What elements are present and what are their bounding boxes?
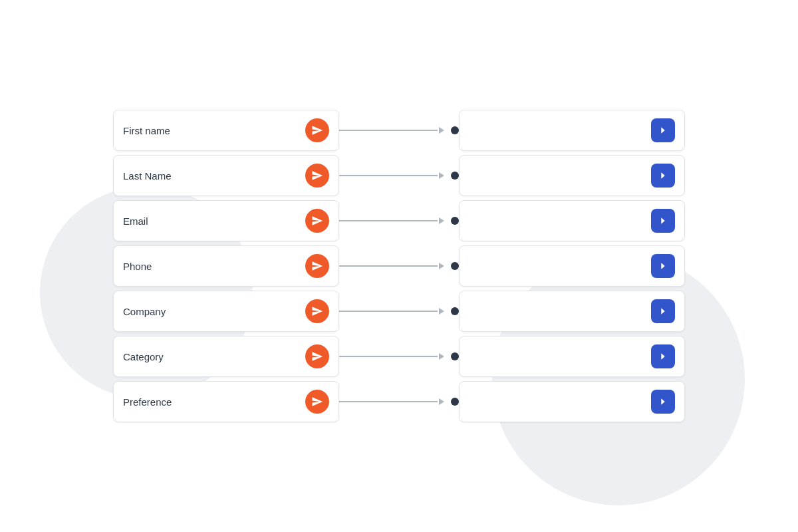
send-icon-last-name[interactable] <box>305 164 329 188</box>
connector-area <box>339 110 459 422</box>
main-container: First name Last Name Email Phone Company… <box>113 110 685 422</box>
send-icon-first-name[interactable] <box>305 118 329 142</box>
arrow-first-name <box>339 126 459 134</box>
dot-node-category <box>451 352 459 360</box>
target-row-company <box>459 291 685 332</box>
target-row-first-name <box>459 110 685 151</box>
field-row-phone: Phone <box>113 245 339 287</box>
arrow-line-category <box>339 356 438 357</box>
arrow-button-phone[interactable] <box>651 254 675 278</box>
arrow-head-last-name <box>439 172 444 179</box>
field-row-company: Company <box>113 291 339 332</box>
arrow-preference <box>339 398 459 406</box>
send-icon-preference[interactable] <box>305 390 329 414</box>
field-row-first-name: First name <box>113 110 339 151</box>
send-icon-email[interactable] <box>305 209 329 233</box>
connector-row-preference <box>339 381 459 422</box>
connector-row-category <box>339 336 459 377</box>
left-panel: First name Last Name Email Phone Company… <box>113 110 339 422</box>
dot-node-email <box>451 217 459 225</box>
arrow-line-preference <box>339 401 438 402</box>
dot-node-company <box>451 307 459 315</box>
send-icon-phone[interactable] <box>305 254 329 278</box>
arrow-category <box>339 352 459 360</box>
dot-node-first-name <box>451 126 459 134</box>
connector-row-email <box>339 200 459 241</box>
arrow-line-last-name <box>339 175 438 176</box>
arrow-company <box>339 307 459 315</box>
field-row-last-name: Last Name <box>113 155 339 196</box>
field-row-preference: Preference <box>113 381 339 422</box>
arrow-button-last-name[interactable] <box>651 164 675 188</box>
arrow-line-phone <box>339 265 438 267</box>
field-label-email: Email <box>123 215 148 227</box>
arrow-button-preference[interactable] <box>651 390 675 414</box>
arrow-line-email <box>339 220 438 221</box>
send-icon-company[interactable] <box>305 299 329 323</box>
arrow-button-company[interactable] <box>651 299 675 323</box>
target-row-preference <box>459 381 685 422</box>
target-row-phone <box>459 245 685 287</box>
arrow-head-phone <box>439 263 444 269</box>
target-row-email <box>459 200 685 241</box>
right-panel <box>459 110 685 422</box>
dot-node-preference <box>451 398 459 406</box>
field-label-company: Company <box>123 306 166 317</box>
target-row-category <box>459 336 685 377</box>
connector-row-last-name <box>339 155 459 196</box>
send-icon-category[interactable] <box>305 344 329 368</box>
arrow-head-company <box>439 308 444 315</box>
arrow-button-first-name[interactable] <box>651 118 675 142</box>
field-row-category: Category <box>113 336 339 377</box>
arrow-head-email <box>439 217 444 224</box>
arrow-head-first-name <box>439 127 444 134</box>
connector-row-phone <box>339 245 459 287</box>
arrow-head-category <box>439 353 444 360</box>
arrow-button-category[interactable] <box>651 344 675 368</box>
dot-node-last-name <box>451 172 459 180</box>
arrow-last-name <box>339 172 459 180</box>
arrow-email <box>339 217 459 225</box>
arrow-button-email[interactable] <box>651 209 675 233</box>
field-label-phone: Phone <box>123 261 152 272</box>
field-label-category: Category <box>123 351 164 362</box>
field-label-preference: Preference <box>123 396 172 408</box>
connector-row-first-name <box>339 110 459 151</box>
target-row-last-name <box>459 155 685 196</box>
dot-node-phone <box>451 262 459 270</box>
arrow-line-company <box>339 311 438 312</box>
field-row-email: Email <box>113 200 339 241</box>
arrow-head-preference <box>439 398 444 405</box>
arrow-phone <box>339 262 459 270</box>
connector-row-company <box>339 291 459 332</box>
arrow-line-first-name <box>339 130 438 131</box>
field-label-last-name: Last Name <box>123 170 172 182</box>
field-label-first-name: First name <box>123 125 170 136</box>
